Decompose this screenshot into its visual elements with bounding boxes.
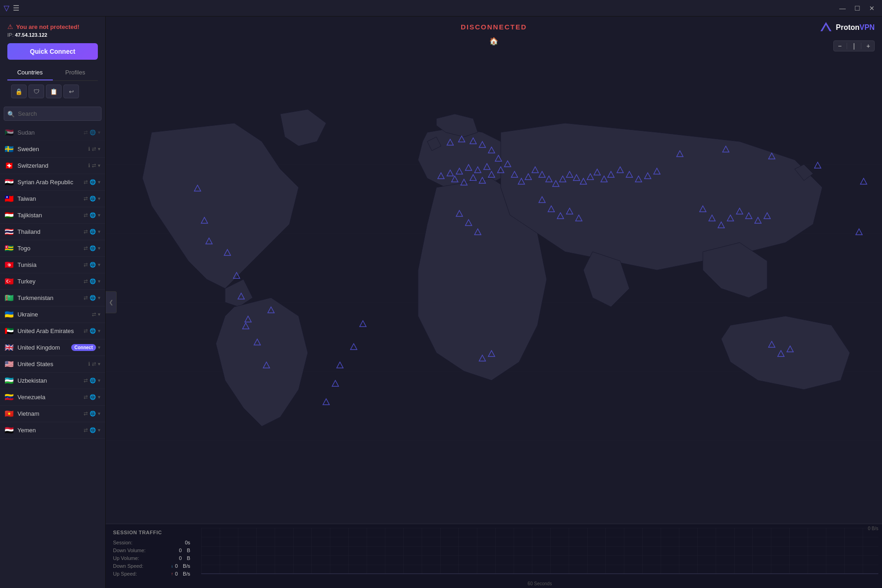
globe-icon[interactable]: 🌐: [90, 411, 96, 417]
country-name: Vietnam: [17, 410, 80, 417]
globe-icon[interactable]: 🌐: [90, 245, 96, 251]
swap-icon[interactable]: ⇄: [84, 212, 88, 218]
tab-countries[interactable]: Countries: [7, 65, 53, 80]
list-item[interactable]: 🇨🇭 Switzerland ℹ ⇄ ▾: [0, 158, 105, 174]
up-volume-value: 0 B: [179, 555, 190, 561]
swap-icon[interactable]: ⇄: [84, 130, 88, 136]
list-item[interactable]: 🇹🇷 Turkey ⇄ 🌐 ▾: [0, 273, 105, 290]
list-item[interactable]: 🇹🇳 Tunisia ⇄ 🌐 ▾: [0, 257, 105, 273]
list-item[interactable]: 🇬🇧 United Kingdom Connect ▾: [0, 339, 105, 356]
search-input[interactable]: [4, 107, 102, 121]
filter-list[interactable]: 📋: [46, 85, 62, 98]
list-item[interactable]: 🇹🇯 Tajikistan ⇄ 🌐 ▾: [0, 207, 105, 224]
down-speed-value: ↓ 0 B/s: [171, 563, 190, 569]
globe-icon[interactable]: 🌐: [90, 427, 96, 433]
swap-icon[interactable]: ⇄: [84, 295, 88, 301]
chevron-down-icon: ▾: [98, 245, 101, 251]
swap-icon[interactable]: ⇄: [84, 196, 88, 202]
menu-icon[interactable]: ☰: [13, 4, 19, 12]
swap-icon[interactable]: ⇄: [84, 278, 88, 284]
flag-icon: 🇸🇾: [5, 178, 14, 187]
search-box: 🔍: [4, 107, 102, 121]
country-actions: ⇄ 🌐 ▾: [84, 295, 101, 301]
list-item[interactable]: 🇹🇼 Taiwan ⇄ 🌐 ▾: [0, 191, 105, 207]
ip-label: IP:: [7, 32, 13, 38]
globe-icon[interactable]: 🌐: [90, 295, 96, 301]
swap-icon[interactable]: ⇄: [84, 427, 88, 433]
up-speed-label: Up Speed:: [113, 571, 137, 577]
swap-icon[interactable]: ⇄: [84, 229, 88, 235]
chevron-down-icon: ▾: [98, 212, 101, 218]
list-item[interactable]: 🇻🇪 Venezuela ⇄ 🌐 ▾: [0, 389, 105, 406]
swap-icon[interactable]: ⇄: [84, 394, 88, 400]
close-button[interactable]: ✕: [865, 4, 878, 13]
swap-icon[interactable]: ⇄: [92, 146, 96, 152]
country-actions: ⇄ 🌐 ▾: [84, 245, 101, 251]
list-item[interactable]: 🇻🇳 Vietnam ⇄ 🌐 ▾: [0, 406, 105, 422]
list-item[interactable]: 🇺🇿 Uzbekistan ⇄ 🌐 ▾: [0, 373, 105, 389]
filter-shield[interactable]: 🛡: [28, 85, 44, 98]
swap-icon[interactable]: ⇄: [84, 245, 88, 251]
swap-icon[interactable]: ⇄: [84, 179, 88, 185]
zoom-in-button[interactable]: +: [862, 41, 874, 51]
globe-icon[interactable]: 🌐: [90, 130, 96, 136]
list-item[interactable]: 🇹🇬 Togo ⇄ 🌐 ▾: [0, 240, 105, 257]
minimize-button[interactable]: —: [836, 4, 849, 13]
window-controls: — ☐ ✕: [836, 4, 878, 13]
globe-icon[interactable]: 🌐: [90, 196, 96, 202]
up-speed-row: Up Speed: ↑ 0 B/s: [113, 571, 190, 577]
country-name: Switzerland: [17, 162, 85, 169]
swap-icon[interactable]: ⇄: [84, 411, 88, 417]
list-item[interactable]: 🇾🇪 Yemen ⇄ 🌐 ▾: [0, 422, 105, 439]
list-item[interactable]: 🇹🇭 Thailand ⇄ 🌐 ▾: [0, 224, 105, 240]
country-actions: ⇄ 🌐 ▾: [84, 212, 101, 218]
filter-return[interactable]: ↩: [63, 85, 79, 98]
zoom-out-button[interactable]: −: [834, 41, 846, 51]
list-item[interactable]: 🇸🇾 Syrian Arab Republic ⇄ 🌐 ▾: [0, 174, 105, 191]
list-item[interactable]: 🇺🇸 United States ℹ ⇄ ▾: [0, 356, 105, 373]
swap-icon[interactable]: ⇄: [92, 311, 96, 317]
maximize-button[interactable]: ☐: [851, 4, 864, 13]
globe-icon[interactable]: 🌐: [90, 179, 96, 185]
zoom-level-button[interactable]: |: [848, 41, 860, 51]
tab-profiles[interactable]: Profiles: [53, 65, 98, 80]
filter-lock[interactable]: 🔒: [11, 85, 27, 98]
info-icon[interactable]: ℹ: [88, 361, 90, 367]
swap-icon[interactable]: ⇄: [92, 163, 96, 169]
connection-status: DISCONNECTED: [461, 23, 527, 31]
globe-icon[interactable]: 🌐: [90, 378, 96, 384]
sidebar: ⚠ You are not protected! IP: 47.54.123.1…: [0, 17, 106, 588]
connect-badge[interactable]: Connect: [71, 344, 96, 351]
list-item[interactable]: 🇸🇪 Sweden ℹ ⇄ ▾: [0, 141, 105, 158]
list-item[interactable]: 🇦🇪 United Arab Emirates ⇄ 🌐 ▾: [0, 323, 105, 339]
chevron-down-icon: ▾: [98, 361, 101, 367]
list-item[interactable]: 🇺🇦 Ukraine ⇄ ▾: [0, 306, 105, 323]
home-icon[interactable]: 🏠: [489, 37, 498, 45]
globe-icon[interactable]: 🌐: [90, 328, 96, 334]
globe-icon[interactable]: 🌐: [90, 262, 96, 268]
swap-icon[interactable]: ⇄: [84, 328, 88, 334]
country-actions: ⇄ 🌐 ▾: [84, 179, 101, 185]
globe-icon[interactable]: 🌐: [90, 278, 96, 284]
collapse-sidebar-button[interactable]: ❮: [106, 291, 117, 313]
country-name: Turkey: [17, 278, 80, 285]
proton-logo: ProtonVPN: [820, 21, 875, 34]
globe-icon[interactable]: 🌐: [90, 394, 96, 400]
swap-icon[interactable]: ⇄: [92, 361, 96, 367]
globe-icon[interactable]: 🌐: [90, 229, 96, 235]
info-icon[interactable]: ℹ: [88, 163, 90, 169]
country-actions: ⇄ 🌐 ▾: [84, 262, 101, 268]
list-item[interactable]: 🇸🇩 Sudan ⇄ 🌐 ▾: [0, 124, 105, 141]
globe-icon[interactable]: 🌐: [90, 212, 96, 218]
chart-label-right: 0 B/s: [868, 526, 878, 531]
info-icon[interactable]: ℹ: [88, 146, 90, 152]
swap-icon[interactable]: ⇄: [84, 378, 88, 384]
world-map: [106, 17, 882, 588]
list-item[interactable]: 🇹🇲 Turkmenistan ⇄ 🌐 ▾: [0, 290, 105, 306]
app-icon: ▽: [4, 4, 9, 12]
quick-connect-button[interactable]: Quick Connect: [7, 43, 98, 60]
flag-icon: 🇹🇲: [5, 294, 14, 302]
flag-icon: 🇹🇼: [5, 194, 14, 203]
down-volume-value: 0 B: [179, 548, 190, 553]
swap-icon[interactable]: ⇄: [84, 262, 88, 268]
